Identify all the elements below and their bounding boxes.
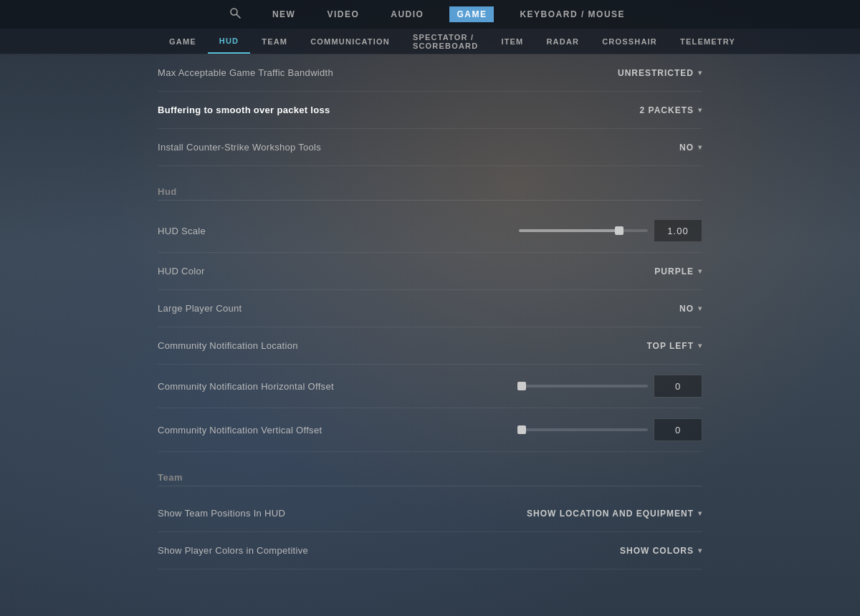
hud-scale-label: HUD Scale xyxy=(158,226,206,236)
notif-vert-slider[interactable] xyxy=(519,428,648,431)
topnav-game[interactable]: GAME xyxy=(449,6,494,22)
large-player-value: NO xyxy=(679,304,694,314)
subnav-team[interactable]: TEAM xyxy=(250,29,299,54)
workshop-row: Install Counter-Strike Workshop Tools NO… xyxy=(158,129,702,166)
notif-location-row: Community Notification Location TOP LEFT… xyxy=(158,327,702,365)
section-team-header: Team xyxy=(158,452,702,495)
notif-horiz-thumb[interactable] xyxy=(517,382,526,390)
large-player-dropdown[interactable]: NO ▾ xyxy=(679,304,702,314)
notif-horiz-label: Community Notification Horizontal Offset xyxy=(158,381,334,392)
top-nav: NEW VIDEO AUDIO GAME KEYBOARD / MOUSE xyxy=(0,0,860,29)
section-hud-header: Hud xyxy=(158,166,702,209)
workshop-value: NO xyxy=(679,143,694,153)
large-player-label: Large Player Count xyxy=(158,303,242,314)
hud-scale-input[interactable]: 1.00 xyxy=(654,219,702,242)
large-player-row: Large Player Count NO ▾ xyxy=(158,290,702,327)
notif-vert-label: Community Notification Vertical Offset xyxy=(158,425,322,435)
player-colors-chevron: ▾ xyxy=(698,547,702,554)
notif-location-dropdown[interactable]: TOP LEFT ▾ xyxy=(646,341,702,351)
subnav-hud[interactable]: HUD xyxy=(208,29,250,54)
hud-color-row: HUD Color PURPLE ▾ xyxy=(158,253,702,290)
team-pos-dropdown[interactable]: SHOW LOCATION AND EQUIPMENT ▾ xyxy=(527,509,702,519)
subnav-telemetry[interactable]: TELEMETRY xyxy=(669,29,747,54)
subnav-crosshair[interactable]: CROSSHAIR xyxy=(591,29,669,54)
buffering-chevron: ▾ xyxy=(698,106,702,114)
team-pos-value: SHOW LOCATION AND EQUIPMENT xyxy=(527,509,694,519)
large-player-chevron: ▾ xyxy=(698,304,702,312)
hud-color-dropdown[interactable]: PURPLE ▾ xyxy=(654,266,702,276)
workshop-chevron: ▾ xyxy=(698,143,702,151)
bandwidth-chevron: ▾ xyxy=(698,69,702,77)
topnav-keyboard[interactable]: KEYBOARD / MOUSE xyxy=(514,6,631,22)
hud-scale-control: 1.00 xyxy=(519,219,702,242)
notif-vert-row: Community Notification Vertical Offset 0 xyxy=(158,408,702,452)
bandwidth-value: UNRESTRICTED xyxy=(618,68,694,78)
notif-vert-input[interactable]: 0 xyxy=(654,418,702,441)
main-content: Max Acceptable Game Traffic Bandwidth UN… xyxy=(0,54,860,616)
player-colors-label: Show Player Colors in Competitive xyxy=(158,545,308,556)
hud-scale-thumb[interactable] xyxy=(615,226,624,235)
workshop-label: Install Counter-Strike Workshop Tools xyxy=(158,142,321,153)
notif-location-chevron: ▾ xyxy=(698,342,702,350)
buffering-value: 2 PACKETS xyxy=(640,105,694,115)
subnav-item[interactable]: ITEM xyxy=(489,29,535,54)
buffering-label: Buffering to smooth over packet loss xyxy=(158,105,330,115)
team-pos-chevron: ▾ xyxy=(698,509,702,517)
topnav-audio[interactable]: AUDIO xyxy=(385,6,429,22)
bandwidth-row: Max Acceptable Game Traffic Bandwidth UN… xyxy=(158,54,702,92)
topnav-video[interactable]: VIDEO xyxy=(321,6,365,22)
notif-vert-thumb[interactable] xyxy=(517,425,526,434)
hud-color-chevron: ▾ xyxy=(698,267,702,275)
subnav-spectator[interactable]: SPECTATOR / SCOREBOARD xyxy=(401,29,489,54)
hud-scale-slider[interactable] xyxy=(519,229,648,232)
notif-location-value: TOP LEFT xyxy=(646,341,694,351)
hud-scale-row: HUD Scale 1.00 xyxy=(158,209,702,253)
team-pos-label: Show Team Positions In HUD xyxy=(158,508,285,519)
hud-color-value: PURPLE xyxy=(654,266,694,276)
notif-horiz-input[interactable]: 0 xyxy=(654,375,702,398)
bandwidth-dropdown[interactable]: UNRESTRICTED ▾ xyxy=(618,68,702,78)
notif-horiz-slider[interactable] xyxy=(519,385,648,388)
notif-vert-control: 0 xyxy=(519,418,702,441)
player-colors-row: Show Player Colors in Competitive SHOW C… xyxy=(158,532,702,569)
subnav-radar[interactable]: RADAR xyxy=(535,29,591,54)
hud-color-label: HUD Color xyxy=(158,266,205,276)
notif-horiz-control: 0 xyxy=(519,375,702,398)
bandwidth-label: Max Acceptable Game Traffic Bandwidth xyxy=(158,67,333,78)
buffering-row: Buffering to smooth over packet loss 2 P… xyxy=(158,92,702,129)
buffering-dropdown[interactable]: 2 PACKETS ▾ xyxy=(640,105,702,115)
player-colors-dropdown[interactable]: SHOW COLORS ▾ xyxy=(620,546,702,556)
topnav-new[interactable]: NEW xyxy=(267,6,302,22)
player-colors-value: SHOW COLORS xyxy=(620,546,694,556)
notif-location-label: Community Notification Location xyxy=(158,340,298,351)
team-pos-row: Show Team Positions In HUD SHOW LOCATION… xyxy=(158,495,702,532)
subnav-communication[interactable]: COMMUNICATION xyxy=(299,29,401,54)
search-icon[interactable] xyxy=(229,7,241,21)
subnav-game[interactable]: GAME xyxy=(158,29,208,54)
svg-line-1 xyxy=(236,14,240,18)
workshop-dropdown[interactable]: NO ▾ xyxy=(679,143,702,153)
notif-horiz-row: Community Notification Horizontal Offset… xyxy=(158,365,702,408)
sub-nav: GAME HUD TEAM COMMUNICATION SPECTATOR / … xyxy=(0,29,860,54)
